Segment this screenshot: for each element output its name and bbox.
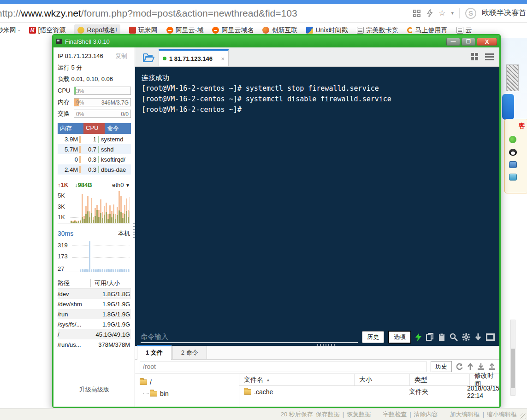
download-arrow-icon[interactable] [474,333,482,341]
lightning-icon[interactable] [426,9,433,18]
bookmark-chuangxin[interactable]: 创新互联 [262,26,297,35]
word-count-link[interactable]: 字数检查 [383,410,407,419]
session-tab[interactable]: 1 81.71.123.146 × [159,49,229,66]
disk-row[interactable]: /sys/fs/...1.9G/1.9G [58,319,131,329]
col-size[interactable]: 大小 [355,374,410,385]
send-lightning-icon[interactable] [415,333,421,341]
settings-gear-icon[interactable] [462,333,470,341]
terminal[interactable]: 连接成功 [root@VM-16-2-centos ~]# systemctl … [135,67,499,328]
aliyun-icon [212,27,219,34]
bookmark-unixtime[interactable]: Unix时间戳 [306,26,348,35]
disk-row[interactable]: /run/us...378M/378M [58,339,131,350]
disk-table-header: 路径 可用/大小 [58,278,131,289]
download-file-icon[interactable] [477,363,485,371]
history-button[interactable]: 历史 [362,331,384,343]
tree-item-root[interactable]: / [140,376,239,388]
tree-item-bin[interactable]: bin [140,388,239,399]
col-type[interactable]: 类型 [410,374,470,385]
page-scrollbar[interactable] [510,320,515,396]
process-header-cpu[interactable]: CPU [83,123,105,134]
refresh-icon[interactable] [456,363,463,371]
apps-grid-icon[interactable] [413,9,421,18]
bookmark-wanmei[interactable]: 完美数卡竞 [357,26,398,35]
process-mem: 0 [58,156,81,163]
enlarge-editor-link[interactable]: 加大编辑框 [450,410,480,419]
download-rate: ↓984B [75,181,92,188]
process-header-mem[interactable]: 内存 [58,123,83,134]
process-row[interactable]: 0 0.3 ksoftirqd/ [58,154,131,164]
shrink-editor-link[interactable]: 缩小编辑框 [487,410,517,419]
save-data-link[interactable]: 保存数据 [316,410,340,419]
process-header-cmd[interactable]: 命令 [105,123,131,134]
disk-header-path[interactable]: 路径 [58,279,91,287]
layout-grid-icon[interactable] [471,53,479,61]
c-site-icon [407,27,413,33]
address-bar[interactable]: http://www.wkzy.net/forum.php?mod=post&a… [0,8,413,19]
process-row[interactable]: 3.9M 1 systemd [58,134,131,144]
wechat-service-icon[interactable] [509,136,516,143]
bookmark-yun[interactable]: 云 [456,26,472,35]
close-button[interactable]: X [477,38,497,46]
window-mode-icon[interactable] [486,333,495,341]
bookmark-chaomiwang[interactable]: 炒米网 - [0,26,20,35]
tab-close-icon[interactable]: × [221,55,225,62]
url-prefix: http:// [0,8,21,18]
process-row[interactable]: 2.4M 0.3 dbus-dae [58,164,131,175]
disk-row[interactable]: /dev1.8G/1.8G [58,289,131,299]
page-scrollbar-thumb[interactable] [511,349,515,388]
page-blue-button[interactable] [502,94,514,120]
file-table: 文件名▲ 大小 类型 修改时间 .cache 文件夹 2018/03/15 22… [239,374,499,407]
desktop-service-icon[interactable] [509,161,517,168]
path-input[interactable] [140,362,427,372]
resize-grip[interactable] [521,414,526,419]
copy-ip-button[interactable]: 复制 [115,52,127,60]
disk-size: 1.9G/1.9G [102,301,131,308]
network-chart: 5K 3K 1K [58,190,130,223]
tab-files[interactable]: 1 文件 [137,345,172,360]
star-icon[interactable]: ☆ [438,8,445,18]
disk-header-size[interactable]: 可用/大小 [91,279,120,287]
chevron-down-icon[interactable]: ▾ [451,10,454,16]
splitter-handle-vertical[interactable] [133,223,135,239]
parent-dir-icon[interactable] [467,363,474,371]
col-modified[interactable]: 修改时间 [470,374,499,385]
search-icon[interactable] [450,333,458,341]
open-folder-icon[interactable] [142,53,155,63]
disk-row[interactable]: /run1.8G/1.9G [58,309,131,319]
restore-data-link[interactable]: 恢复数据 [347,410,371,419]
swap-detail: 0/0 [121,111,129,117]
copy-icon[interactable] [426,333,434,341]
bookmark-wukong[interactable]: M[悟空资源 [29,26,66,35]
path-history-button[interactable]: 历史 [431,361,452,372]
bookmark-mashang[interactable]: 马上使用再 [407,26,448,35]
process-cpu: 0.7 [81,146,99,153]
maximize-button[interactable]: ❐ [462,38,475,46]
terminal-line: [root@VM-16-2-centos ~]# systemctl disab… [142,94,493,105]
tab-commands[interactable]: 2 命令 [172,346,207,359]
splitter-handle-horizontal[interactable] [317,344,336,346]
feed-badge-icon[interactable]: S [465,8,476,19]
monitor-service-icon[interactable] [509,174,517,181]
file-row[interactable]: .cache 文件夹 2018/03/15 22:14 [239,386,499,398]
bookmark-aliyun-1[interactable]: 阿里云-域 [166,26,204,35]
clear-content-link[interactable]: 清除内容 [414,410,438,419]
bookmark-wanmi[interactable]: 玩米网 [129,26,158,35]
process-table-header: 内存 CPU 命令 [58,123,131,134]
paste-icon[interactable] [438,333,445,341]
disk-row[interactable]: /45.1G/49.1G [58,329,131,339]
feed-headline[interactable]: 欧联半决赛首 [482,8,526,18]
qq-service-icon[interactable] [509,149,517,156]
bookmark-aliyun-2[interactable]: 阿里云域名 [212,26,254,35]
disk-row[interactable]: /dev/shm1.9G/1.9G [58,299,131,309]
minimize-button[interactable]: — [446,38,460,46]
window-titlebar[interactable]: FinalShell 3.0.10 — ❐ X [53,35,499,47]
menu-icon[interactable] [485,53,494,60]
options-button[interactable]: 选项 [388,331,411,344]
process-row[interactable]: 5.7M 0.7 sshd [58,144,131,154]
interface-selector[interactable]: eth0 ▼ [112,181,130,188]
upgrade-link[interactable]: 升级高级版 [58,385,131,404]
command-input[interactable] [141,331,358,343]
upload-file-icon[interactable] [488,363,496,371]
col-filename[interactable]: 文件名▲ [239,374,355,385]
command-bar: 历史 选项 [135,328,499,346]
